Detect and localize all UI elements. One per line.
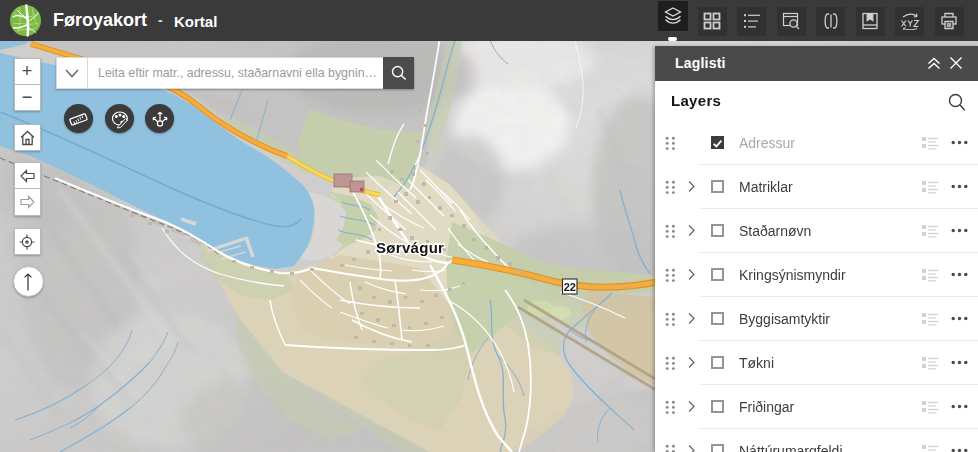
svg-text:22: 22 [564,281,576,293]
svg-text:Sørvágur: Sørvágur [376,239,444,256]
